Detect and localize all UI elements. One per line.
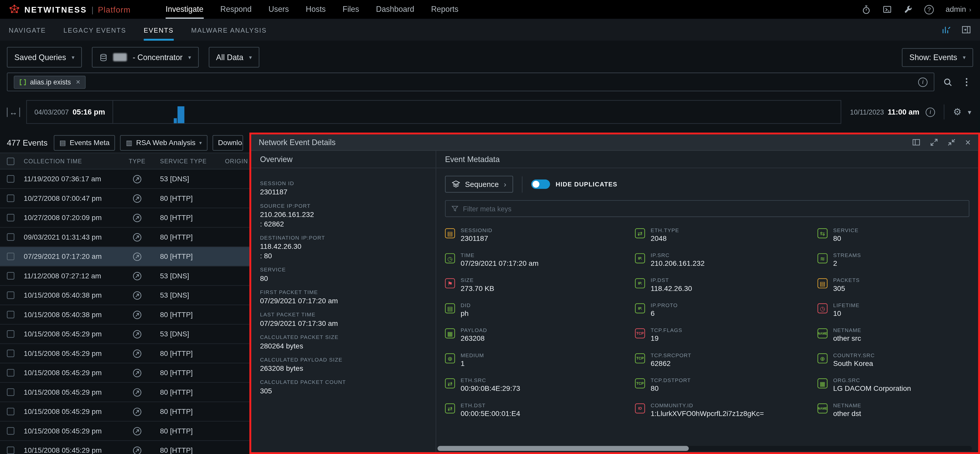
meta-value[interactable]: 00:00:5E:00:01:E4 bbox=[461, 409, 520, 417]
meta-entry[interactable]: ⚑ SIZE 273.70 KB bbox=[445, 277, 635, 292]
table-row[interactable]: 11/19/2020 07:36:17 am 53 [DNS] bbox=[0, 169, 250, 189]
meta-entry[interactable]: TCP TCP.SRCPORT 62862 bbox=[635, 352, 818, 367]
help-icon[interactable]: ? bbox=[924, 5, 934, 14]
meta-entry[interactable]: ID COMMUNITY.ID 1:LlurkXVFO0hWpcrfL2i7z1… bbox=[635, 402, 818, 417]
meta-entry[interactable]: NAME NETNAME other src bbox=[818, 327, 969, 342]
table-row[interactable]: 09/03/2021 01:31:43 pm 80 [HTTP] bbox=[0, 228, 250, 247]
meta-entry[interactable]: TCP TCP.FLAGS 19 bbox=[635, 327, 818, 342]
row-checkbox[interactable] bbox=[7, 253, 14, 260]
table-row[interactable]: 10/15/2008 05:45:29 pm 80 [HTTP] bbox=[0, 402, 250, 422]
scrollbar-thumb[interactable] bbox=[438, 446, 689, 451]
table-row[interactable]: 10/27/2008 07:20:09 pm 80 [HTTP] bbox=[0, 208, 250, 228]
time-range-dropdown[interactable]: All Data ▾ bbox=[208, 47, 259, 67]
row-checkbox[interactable] bbox=[7, 330, 14, 338]
topnav-item[interactable]: Hosts bbox=[306, 0, 326, 19]
show-events-dropdown[interactable]: Show: Events ▾ bbox=[902, 48, 973, 67]
meta-entry[interactable]: ⇄ ETH.DST 00:00:5E:00:01:E4 bbox=[445, 402, 635, 417]
panel-layout-icon[interactable] bbox=[912, 138, 921, 147]
row-checkbox[interactable] bbox=[7, 446, 14, 454]
meta-entry[interactable]: ▤ SESSIONID 2301187 bbox=[445, 227, 635, 242]
meta-entry[interactable]: TCP TCP.DSTPORT 80 bbox=[635, 377, 818, 392]
table-row[interactable]: 10/15/2008 05:45:29 pm 80 [HTTP] bbox=[0, 441, 250, 454]
meta-value[interactable]: 80 bbox=[833, 234, 859, 242]
table-row[interactable]: 10/15/2008 05:45:29 pm 80 [HTTP] bbox=[0, 363, 250, 383]
meta-value[interactable]: 6 bbox=[651, 310, 678, 317]
table-row[interactable]: 07/29/2021 07:17:20 am 80 [HTTP] bbox=[0, 247, 250, 266]
meta-entry[interactable]: IP. IP.PROTO 6 bbox=[635, 302, 818, 317]
close-icon[interactable]: × bbox=[965, 138, 970, 147]
topnav-item[interactable]: Files bbox=[342, 0, 359, 19]
meta-value[interactable]: 2 bbox=[833, 260, 861, 267]
meta-value[interactable]: 62862 bbox=[651, 360, 691, 367]
table-row[interactable]: 10/15/2008 05:40:38 pm 80 [HTTP] bbox=[0, 305, 250, 325]
topnav-item[interactable]: Dashboard bbox=[376, 0, 414, 19]
meta-entry[interactable]: ▦ ORG.SRC LG DACOM Corporation bbox=[818, 377, 969, 392]
meta-value[interactable]: 305 bbox=[833, 285, 860, 292]
table-row[interactable]: 10/15/2008 05:45:29 pm 53 [DNS] bbox=[0, 325, 250, 344]
meta-entry[interactable]: ◷ LIFETIME 10 bbox=[818, 302, 969, 317]
meta-value[interactable]: 118.42.26.30 bbox=[651, 285, 692, 292]
meta-entry[interactable]: ⊕ COUNTRY.SRC South Korea bbox=[818, 352, 969, 367]
table-row[interactable]: 11/12/2008 07:27:12 am 53 [DNS] bbox=[0, 266, 250, 286]
info-icon[interactable]: i bbox=[918, 77, 928, 87]
gear-icon[interactable]: ⚙ bbox=[953, 106, 961, 118]
kebab-menu-icon[interactable]: ⋮ bbox=[962, 76, 971, 88]
row-checkbox[interactable] bbox=[7, 408, 14, 415]
filter-chip[interactable]: alias.ip exists × bbox=[14, 75, 86, 88]
row-checkbox[interactable] bbox=[7, 272, 14, 279]
horizontal-scrollbar[interactable] bbox=[438, 446, 972, 451]
column-group-dropdown[interactable]: ▥ RSA Web Analysis ▾ bbox=[120, 135, 208, 150]
info-icon[interactable]: i bbox=[926, 107, 935, 117]
meta-entry[interactable]: NAME NETNAME other dst bbox=[818, 402, 969, 417]
meta-value[interactable]: 00:90:0B:4E:29:73 bbox=[461, 385, 520, 392]
meta-value[interactable]: 263208 bbox=[461, 335, 487, 342]
meta-value[interactable]: South Korea bbox=[833, 360, 875, 367]
table-row[interactable]: 10/15/2008 05:45:29 pm 80 [HTTP] bbox=[0, 344, 250, 363]
subnav-item[interactable]: NAVIGATE bbox=[9, 19, 46, 41]
table-row[interactable]: 10/15/2008 05:45:29 pm 80 [HTTP] bbox=[0, 383, 250, 402]
meta-entry[interactable]: ▤ PACKETS 305 bbox=[818, 277, 969, 292]
hide-duplicates-toggle[interactable] bbox=[531, 180, 550, 189]
expand-icon[interactable] bbox=[930, 138, 939, 147]
topnav-item[interactable]: Users bbox=[269, 0, 289, 19]
meta-value[interactable]: 210.206.161.232 bbox=[651, 260, 705, 267]
events-meta-button[interactable]: ▤ Events Meta bbox=[54, 135, 115, 150]
row-checkbox[interactable] bbox=[7, 194, 14, 202]
row-checkbox[interactable] bbox=[7, 292, 14, 299]
close-icon[interactable]: × bbox=[76, 78, 80, 86]
meta-entry[interactable]: ◷ TIME 07/29/2021 07:17:20 am bbox=[445, 252, 635, 267]
sequence-button[interactable]: Sequence › bbox=[445, 176, 513, 193]
meta-entry[interactable]: ⊕ MEDIUM 1 bbox=[445, 352, 635, 367]
meta-entry[interactable]: ▤ DID ph bbox=[445, 302, 635, 317]
timeline-histogram[interactable] bbox=[113, 101, 841, 123]
row-checkbox[interactable] bbox=[7, 214, 14, 221]
meta-value[interactable]: other src bbox=[833, 335, 861, 342]
table-row[interactable]: 10/27/2008 07:00:47 pm 80 [HTTP] bbox=[0, 189, 250, 209]
meta-entry[interactable]: ≋ STREAMS 2 bbox=[818, 252, 969, 267]
meta-value[interactable]: 07/29/2021 07:17:20 am bbox=[461, 260, 539, 267]
shrink-icon[interactable] bbox=[948, 138, 956, 147]
subnav-item[interactable]: EVENTS bbox=[144, 19, 174, 41]
meta-entry[interactable]: IP. IP.SRC 210.206.161.232 bbox=[635, 252, 818, 267]
meta-entry[interactable]: ⇄ ETH.TYPE 2048 bbox=[635, 227, 818, 242]
select-all-checkbox[interactable] bbox=[7, 158, 14, 165]
row-checkbox[interactable] bbox=[7, 350, 14, 357]
subnav-item[interactable]: MALWARE ANALYSIS bbox=[191, 19, 267, 41]
meta-value[interactable]: 2301187 bbox=[461, 234, 492, 242]
column-header-service-type[interactable]: SERVICE TYPE bbox=[160, 158, 225, 165]
topnav-item[interactable]: Reports bbox=[431, 0, 458, 19]
side-panel-icon[interactable] bbox=[961, 25, 971, 34]
meta-value[interactable]: 2048 bbox=[651, 234, 679, 242]
row-checkbox[interactable] bbox=[7, 311, 14, 318]
query-filter-bar[interactable]: alias.ip exists × i bbox=[7, 73, 934, 91]
column-header-collection-time[interactable]: COLLECTION TIME bbox=[24, 158, 129, 165]
meta-value[interactable]: 10 bbox=[833, 310, 860, 317]
meta-entry[interactable]: IP. IP.DST 118.42.26.30 bbox=[635, 277, 818, 292]
download-button[interactable]: Download bbox=[213, 135, 243, 150]
meta-value[interactable]: 1:LlurkXVFO0hWpcrfL2i7z1z8gKc= bbox=[651, 409, 764, 417]
column-header-type[interactable]: TYPE bbox=[129, 158, 160, 165]
meta-value[interactable]: LG DACOM Corporation bbox=[833, 385, 911, 392]
table-row[interactable]: 10/15/2008 05:40:38 pm 53 [DNS] bbox=[0, 286, 250, 305]
meta-value[interactable]: ph bbox=[461, 310, 471, 317]
search-icon[interactable] bbox=[943, 77, 953, 87]
